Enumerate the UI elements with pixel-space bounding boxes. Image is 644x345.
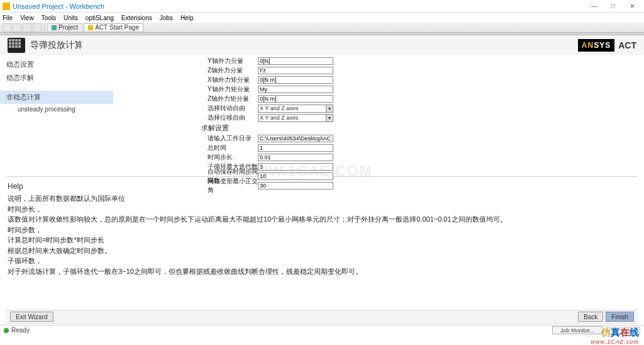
menu-tools[interactable]: Tools [42,14,56,21]
input-y-moment[interactable] [258,86,333,93]
exit-wizard-button[interactable]: Exit Wizard [10,312,53,322]
project-tab[interactable]: Project [47,23,82,32]
toolbar: Project ACT Start Page [0,23,644,33]
input-total-time[interactable] [258,144,333,152]
chevron-down-icon: ▾ [326,105,333,112]
input-z-force[interactable] [258,67,333,74]
help-line-3: 时间步数， [8,225,636,235]
label-y-force: Y轴外力分量 [208,57,258,65]
minimize-button[interactable]: — [585,1,604,12]
sidebar-item-steady-solve[interactable]: 稳态求解 [0,71,113,84]
ansys-icon [88,25,93,30]
act-label: ACT [618,40,636,50]
input-x-moment[interactable] [258,76,333,84]
input-z-moment[interactable] [258,95,333,103]
project-icon [52,25,57,30]
input-workdir[interactable] [258,135,333,142]
select-rot-value: X Y and Z axes [260,105,298,111]
help-panel: Help 说明，上面所有数据都默认为国际单位 时间步长， 该数值对计算收敛性影响… [0,177,644,280]
close-button[interactable]: ✕ [623,1,641,12]
input-mesh-angle[interactable] [258,182,333,189]
section-solve-settings: 求解设置 [201,123,333,133]
select-trans-dof[interactable]: X Y and Z axes▾ [258,114,333,122]
status-text: Ready [11,327,30,334]
project-label: Project [58,24,78,31]
main-area: 稳态设置 稳态求解 非稳态计算 unsteady processing Y轴外力… [0,55,644,175]
label-rot-dof: 选择转动自由 [208,104,258,113]
status-indicator-icon [4,328,9,333]
label-total-time: 总时间 [208,144,258,152]
window-titlebar: Unsaved Project - Workbench — □ ✕ [0,0,644,13]
help-line-7: 对于外流场计算，子循环迭代一般在3~10之间即可，但也要根据残差收敛曲线判断合理… [8,266,636,277]
back-button[interactable]: Back [578,312,603,322]
label-timestep: 时间步长 [208,153,258,162]
help-line-5: 根据总时间来大致确定时间步数。 [8,246,636,256]
toolbar-save-icon[interactable] [23,23,31,32]
help-line-6: 子循环数， [8,256,636,266]
toolbar-separator [44,24,45,31]
menu-help[interactable]: Help [180,14,194,21]
label-z-moment: Z轴外力矩分量 [208,94,258,103]
ansys-logo: ANSYS [578,39,614,52]
toolbar-open-icon[interactable] [13,23,21,32]
toolbar-new-icon[interactable] [3,23,11,32]
act-start-page-tab[interactable]: ACT Start Page [84,23,143,32]
menu-extensions[interactable]: Extensions [121,14,152,21]
sidebar-subitem-unsteady: unsteady processing [0,104,113,115]
input-y-force[interactable] [258,57,333,65]
sidebar-item-unsteady[interactable]: 非稳态计算 [0,91,113,104]
label-workdir: 请输入工作目录 [208,134,258,143]
help-line-4: 计算总时间=时间步数*时间步长 [8,235,636,246]
watermark-center: WWW.1CAE.COM [239,162,372,180]
page-title: 导弹投放计算 [30,40,578,51]
help-line-1: 时间步长， [8,204,636,215]
wizard-button-bar: Exit Wizard Back Finish [6,310,638,324]
window-title: Unsaved Project - Workbench [13,3,585,10]
page-header: 导弹投放计算 ANSYS ACT [0,35,644,55]
app-icon [3,3,10,10]
select-rot-dof[interactable]: X Y and Z axes▾ [258,105,333,113]
menu-optislang[interactable]: optiSLang [86,14,114,21]
calculator-icon [8,38,25,53]
select-trans-value: X Y and Z axes [260,115,298,121]
menu-view[interactable]: View [20,14,34,21]
status-bar: Ready Job Monitor... [0,325,644,335]
help-line-2: 该数值对计算收敛性影响较大，总的原则是在一个时间步长下运动距离最大不能超过10个… [8,214,636,225]
label-x-moment: X轴外力矩分量 [208,76,258,84]
sidebar-item-steady-setup[interactable]: 稳态设置 [0,58,113,71]
menu-units[interactable]: Units [64,14,78,21]
menu-bar: File View Tools Units optiSLang Extensio… [0,13,644,23]
maximize-button[interactable]: □ [604,1,623,12]
label-z-force: Z轴外力分量 [208,66,258,75]
form-panel: Y轴外力分量 Z轴外力分量 X轴外力矩分量 Y轴外力矩分量 Z轴外力矩分量 选择… [208,55,333,175]
label-trans-dof: 选择位移自由 [208,113,258,122]
menu-jobs[interactable]: Jobs [160,14,173,21]
help-line-0: 说明，上面所有数据都默认为国际单位 [8,193,636,204]
finish-button[interactable]: Finish [606,312,634,322]
chevron-down-icon: ▾ [326,115,333,122]
watermark-corner: 仿真在线 www.1CAE.com [591,327,639,345]
act-tab-label: ACT Start Page [95,24,139,31]
menu-file[interactable]: File [3,14,13,21]
input-timestep[interactable] [258,154,333,161]
sidebar: 稳态设置 稳态求解 非稳态计算 unsteady processing [0,55,113,175]
toolbar-refresh-icon[interactable] [33,23,42,32]
label-y-moment: Y轴外力矩分量 [208,85,258,94]
